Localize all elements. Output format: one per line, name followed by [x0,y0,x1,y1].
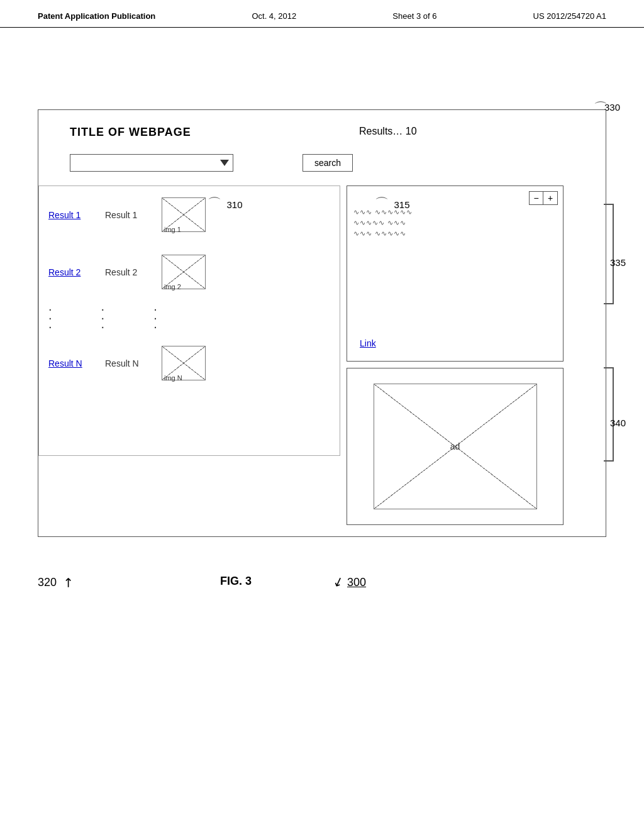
figure-label: FIG. 3 [220,575,252,588]
result-row-2: Result 2 Result 2 img 2 [39,243,340,301]
brace-340 [604,367,614,462]
brace-310: ⌒ [208,196,221,211]
result-n-img-wrapper: img N [162,346,206,380]
result-n-text: Result N [105,358,149,368]
arrow-300-icon: ↗ [331,573,346,591]
result-n-link[interactable]: Result N [48,358,92,368]
outer-browser-box: TITLE OF WEBPAGE Results… 10 search Resu… [38,109,606,537]
label-335: 335 [610,257,626,268]
result-2-img-wrapper: img 2 [162,255,206,289]
right-panel: − + ∿∿∿ ∿∿∿∿∿∿ ∿∿∿∿∿ ∿∿∿ ∿∿∿ ∿∿∿∿∿ Link … [347,185,636,525]
label-320-area: 320 ↗ [38,575,74,590]
label-300-area: ↗ 300 [333,575,366,590]
ad-box: ad [347,368,564,525]
label-300: 300 [347,576,366,589]
content-link[interactable]: Link [360,338,376,348]
ad-image: ad [374,384,537,509]
wavy-line-2: ∿∿∿∿∿ ∿∿∿ [353,219,557,227]
label-330: 330 [604,102,620,113]
arrow-320-icon: ↗ [59,573,77,592]
wavy-line-3: ∿∿∿ ∿∿∿∿∿ [353,230,557,238]
zoom-controls: − + [529,191,558,205]
dropdown-area [70,154,233,172]
result-1-link[interactable]: Result 1 [48,210,92,220]
zoom-in-button[interactable]: + [543,192,557,204]
header-sheet: Sheet 3 of 6 [392,11,436,21]
ad-label: ad [450,441,460,451]
webpage-title: TITLE OF WEBPAGE [70,126,191,139]
brace-315: ⌒ [375,196,389,211]
dot-group-2: · · · [101,306,105,329]
dropdown-arrow-icon [220,160,229,166]
result-row-n: Result N Result N img N [39,335,340,392]
label-320: 320 [38,576,57,589]
result-n-img-label: img N [164,374,182,382]
main-content: ⌒ 330 TITLE OF WEBPAGE Results… 10 searc… [0,28,644,820]
result-2-text: Result 2 [105,267,149,277]
search-btn-label: search [314,158,341,168]
dot-group-1: · · · [48,306,52,329]
zoom-out-button[interactable]: − [530,192,543,204]
label-340: 340 [610,418,626,428]
result-1-img-label: img 1 [164,226,181,233]
label-310: 310 [226,199,242,210]
page-header: Patent Application Publication Oct. 4, 2… [0,0,644,28]
result-1-img-wrapper: img 1 [162,197,206,232]
callout-315-area: ⌒ 315 [375,194,409,213]
result-2-img-label: img 2 [164,283,181,290]
results-label: Results… 10 [359,126,417,137]
result-1-text: Result 1 [105,210,149,220]
header-publication-label: Patent Application Publication [38,11,155,21]
dot-group-3: · · · [153,306,157,329]
search-button[interactable]: search [303,154,353,172]
header-patent-number: US 2012/254720 A1 [533,11,606,21]
brace-335 [604,204,614,304]
dots-row: · · · · · · · · · [39,301,340,335]
result-row-1: Result 1 Result 1 img 1 [39,186,340,243]
dropdown-box[interactable] [70,154,233,172]
header-date: Oct. 4, 2012 [252,11,296,21]
callout-310-area: ⌒ 310 [208,194,242,213]
result-2-link[interactable]: Result 2 [48,267,92,277]
results-list-box: Result 1 Result 1 img 1 Result 2 Result … [38,185,340,456]
label-315: 315 [394,199,409,210]
